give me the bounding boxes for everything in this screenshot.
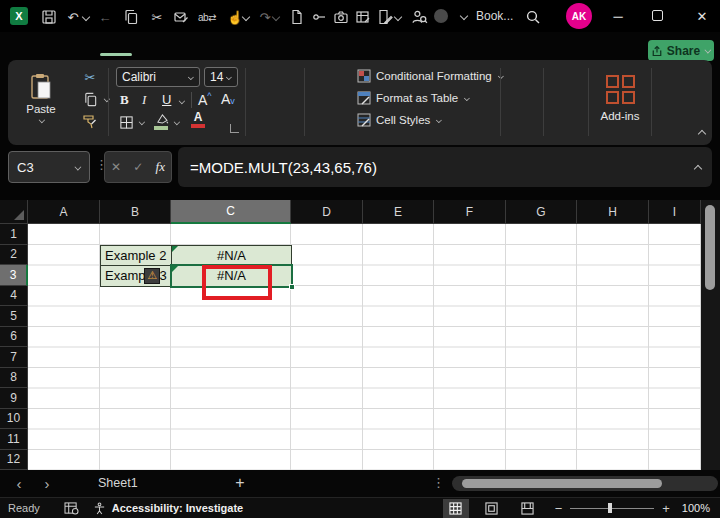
cell-styles-button[interactable]: Cell Styles bbox=[357, 113, 442, 127]
document-edit-chevron-icon[interactable] bbox=[394, 14, 401, 21]
prev-sheet-button[interactable]: ‹ bbox=[12, 474, 26, 492]
row-header-4[interactable]: 4 bbox=[0, 286, 28, 307]
column-header-B[interactable]: B bbox=[100, 200, 171, 224]
page-break-view-button[interactable] bbox=[515, 499, 541, 518]
ribbon-cut-icon[interactable]: ✂ bbox=[82, 69, 98, 85]
column-header-C[interactable]: C bbox=[171, 200, 291, 224]
minimize-button[interactable]: ─ bbox=[608, 6, 628, 26]
vertical-scrollbar[interactable] bbox=[701, 200, 720, 470]
zoom-in-button[interactable]: + bbox=[662, 501, 670, 516]
ribbon-copy-icon[interactable] bbox=[82, 91, 98, 107]
group-separator bbox=[108, 68, 109, 136]
font-color-button[interactable]: A bbox=[190, 111, 206, 131]
column-header-D[interactable]: D bbox=[291, 200, 363, 224]
shrink-font-button[interactable]: Av bbox=[221, 91, 235, 107]
row-header-9[interactable]: 9 bbox=[0, 388, 28, 409]
undo-icon[interactable]: ↶ bbox=[64, 8, 82, 26]
horizontal-scrollbar[interactable] bbox=[452, 476, 718, 491]
next-sheet-button[interactable]: › bbox=[40, 474, 54, 492]
underline-chevron-icon[interactable] bbox=[179, 99, 184, 104]
close-button[interactable]: ✕ bbox=[692, 6, 712, 26]
titlebar-chevron-down-icon[interactable] bbox=[460, 13, 467, 20]
cell-B2[interactable]: Example 2 bbox=[100, 245, 172, 267]
document-edit-icon[interactable] bbox=[376, 8, 394, 26]
table-format-icon[interactable] bbox=[354, 8, 372, 26]
person-search-icon[interactable] bbox=[410, 8, 428, 26]
grow-font-button[interactable]: A^ bbox=[198, 91, 212, 108]
italic-button[interactable]: I bbox=[142, 92, 146, 108]
column-header-A[interactable]: A bbox=[28, 200, 100, 224]
row-header-5[interactable]: 5 bbox=[0, 306, 28, 327]
enter-formula-button[interactable]: ✓ bbox=[133, 160, 143, 174]
row-header-10[interactable]: 10 bbox=[0, 409, 28, 430]
maximize-button[interactable] bbox=[652, 10, 663, 21]
select-all-corner[interactable] bbox=[0, 200, 28, 224]
underline-button[interactable]: U bbox=[162, 92, 171, 107]
undo-chevron-icon[interactable] bbox=[82, 14, 89, 21]
paste-button[interactable]: Paste bbox=[18, 66, 64, 130]
error-options-warning-icon[interactable]: ⚠ bbox=[144, 268, 160, 284]
font-dialog-launcher[interactable] bbox=[230, 124, 239, 133]
cell-C2[interactable]: #N/A bbox=[171, 245, 292, 267]
column-header-F[interactable]: F bbox=[434, 200, 506, 224]
column-header-E[interactable]: E bbox=[363, 200, 434, 224]
search-icon[interactable] bbox=[524, 8, 542, 26]
zoom-level[interactable]: 100% bbox=[682, 502, 710, 514]
row-header-2[interactable]: 2 bbox=[0, 245, 28, 266]
borders-icon[interactable] bbox=[118, 114, 134, 130]
row-header-7[interactable]: 7 bbox=[0, 347, 28, 368]
row-header-1[interactable]: 1 bbox=[0, 224, 28, 245]
new-sheet-button[interactable]: + bbox=[232, 473, 248, 493]
macro-record-icon[interactable] bbox=[64, 502, 79, 515]
row-header-3[interactable]: 3 bbox=[0, 265, 28, 286]
cell-B3[interactable]: Examp ⚠ 3 bbox=[100, 265, 172, 287]
borders-chevron-icon[interactable] bbox=[139, 120, 144, 125]
name-box[interactable]: C3 bbox=[8, 151, 90, 183]
pin-icon[interactable] bbox=[310, 8, 328, 26]
collapse-ribbon-icon[interactable] bbox=[698, 128, 705, 135]
add-ins-button[interactable]: Add-ins bbox=[596, 66, 644, 130]
cut-icon[interactable]: ✂ bbox=[148, 8, 166, 26]
normal-view-button[interactable] bbox=[443, 499, 469, 518]
insert-function-button[interactable]: fx bbox=[156, 159, 165, 175]
share-button[interactable]: Share bbox=[648, 40, 714, 61]
formula-bar-expand-icon[interactable] bbox=[694, 163, 701, 170]
column-header-H[interactable]: H bbox=[577, 200, 649, 224]
column-header-I[interactable]: I bbox=[649, 200, 701, 224]
email-edit-icon[interactable] bbox=[172, 8, 190, 26]
camera-icon[interactable] bbox=[332, 8, 350, 26]
new-file-icon[interactable] bbox=[288, 8, 306, 26]
record-circle-icon[interactable] bbox=[434, 9, 448, 23]
column-header-G[interactable]: G bbox=[506, 200, 577, 224]
format-painter-icon[interactable] bbox=[82, 113, 98, 129]
copy-icon[interactable] bbox=[122, 8, 140, 26]
avatar[interactable]: AK bbox=[566, 3, 592, 29]
accessibility-status[interactable]: Accessibility: Investigate bbox=[112, 502, 243, 514]
zoom-slider[interactable] bbox=[570, 503, 654, 513]
sheet-tab-sheet1[interactable]: Sheet1 bbox=[98, 476, 138, 490]
zoom-out-button[interactable]: − bbox=[555, 501, 563, 516]
fill-color-button[interactable] bbox=[154, 113, 170, 131]
page-layout-view-button[interactable] bbox=[479, 499, 505, 518]
bold-button[interactable]: B bbox=[120, 92, 129, 108]
font-size-combobox[interactable]: 14 bbox=[204, 67, 238, 87]
cancel-formula-button[interactable]: ✕ bbox=[111, 160, 121, 174]
format-as-table-button[interactable]: Format as Table bbox=[357, 91, 470, 105]
row-header-11[interactable]: 11 bbox=[0, 429, 28, 450]
zoom-slider-thumb[interactable] bbox=[608, 503, 612, 513]
scrollbar-options-dots-icon[interactable]: ⋮ bbox=[432, 475, 445, 490]
find-replace-icon[interactable]: ab⇄ bbox=[198, 8, 216, 26]
font-name-combobox[interactable]: Calibri bbox=[116, 67, 200, 87]
touch-mode-chevron-icon[interactable] bbox=[242, 14, 249, 21]
formula-bar-input[interactable]: =MODE.MULT(23,43,65,76) bbox=[178, 147, 712, 187]
row-header-8[interactable]: 8 bbox=[0, 368, 28, 389]
horizontal-scrollbar-thumb[interactable] bbox=[462, 479, 662, 488]
save-icon[interactable] bbox=[40, 8, 58, 26]
fill-handle[interactable] bbox=[289, 284, 295, 290]
row-header-12[interactable]: 12 bbox=[0, 450, 28, 471]
vertical-scrollbar-thumb[interactable] bbox=[705, 205, 715, 290]
conditional-formatting-button[interactable]: Conditional Formatting bbox=[357, 69, 504, 83]
row-header-6[interactable]: 6 bbox=[0, 327, 28, 348]
fill-color-chevron-icon[interactable] bbox=[174, 120, 179, 125]
group-separator bbox=[543, 68, 544, 136]
